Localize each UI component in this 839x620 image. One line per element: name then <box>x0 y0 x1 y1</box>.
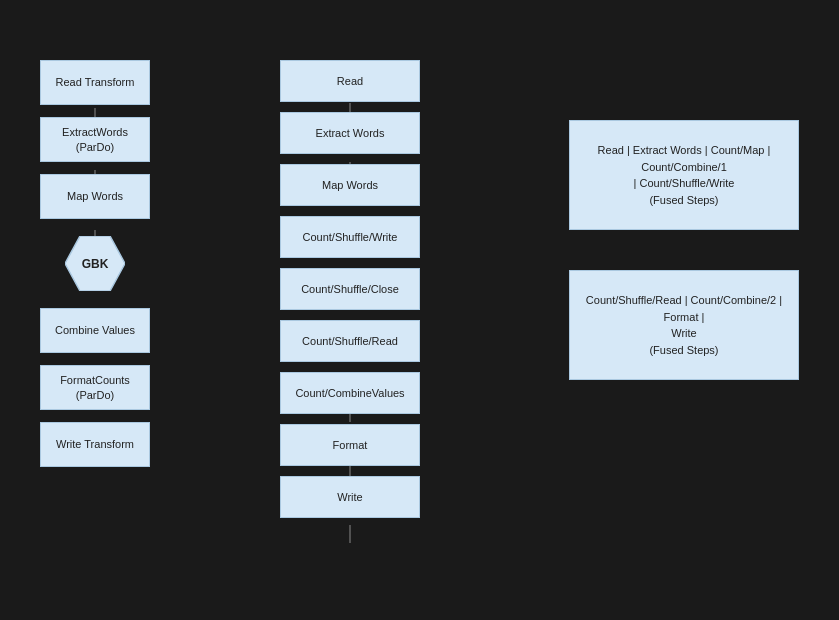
mid-read: Read <box>280 60 420 102</box>
mid-extract-words: Extract Words <box>280 112 420 154</box>
left-read-transform: Read Transform <box>40 60 150 105</box>
mid-count-combine-values: Count/CombineValues <box>280 372 420 414</box>
left-extract-words-pardo: ExtractWords(ParDo) <box>40 117 150 162</box>
mid-count-shuffle-read: Count/Shuffle/Read <box>280 320 420 362</box>
left-combine-values: Combine Values <box>40 308 150 353</box>
left-write-transform: Write Transform <box>40 422 150 467</box>
mid-write: Write <box>280 476 420 518</box>
right-fused-steps-2: Count/Shuffle/Read | Count/Combine/2 | F… <box>569 270 799 380</box>
mid-format: Format <box>280 424 420 466</box>
mid-count-shuffle-close: Count/Shuffle/Close <box>280 268 420 310</box>
left-map-words: Map Words <box>40 174 150 219</box>
right-fused-steps-1: Read | Extract Words | Count/Map | Count… <box>569 120 799 230</box>
left-format-counts-pardo: FormatCounts(ParDo) <box>40 365 150 410</box>
mid-map-words: Map Words <box>280 164 420 206</box>
svg-text:GBK: GBK <box>82 257 109 271</box>
mid-count-shuffle-write: Count/Shuffle/Write <box>280 216 420 258</box>
